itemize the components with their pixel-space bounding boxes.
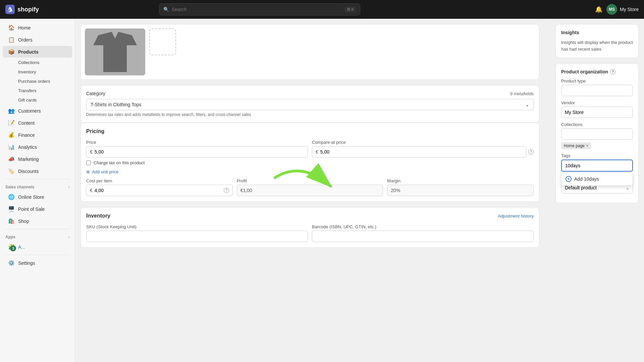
content-area: Category 9 metafields T-Shirts in Clothi… [75,19,545,362]
store-switcher[interactable]: MS My Store [606,4,639,15]
barcode-field: Barcode (ISBN, UPC, GTIN, etc.) [312,224,534,242]
sidebar-item-content[interactable]: 📝 Content [3,117,72,129]
compare-price-input[interactable] [320,149,523,155]
cost-input[interactable] [95,188,222,193]
analytics-icon: 📊 [8,144,15,150]
inventory-grid: SKU (Stock Keeping Unit) Barcode (ISBN, … [86,224,534,242]
compare-price-info-icon[interactable]: ? [528,149,534,155]
topbar-right: 🔔 MS My Store [595,4,639,15]
price-label: Price [86,140,308,145]
collection-tag-home-page: Home page × [561,142,591,149]
sidebar-item-label: Point of Sale [18,206,45,212]
main-content: Category 9 metafields T-Shirts in Clothi… [75,19,644,362]
expand-icon[interactable]: › [68,185,69,189]
inventory-header: Inventory Adjustment history [86,213,534,219]
search-input[interactable] [172,7,342,12]
sidebar-item-label: Settings [18,260,35,266]
compare-price-label: Compare-at price [312,140,534,145]
adjustment-history-link[interactable]: Adjustment history [498,214,534,219]
product-type-input[interactable] [561,85,633,96]
vendor-input[interactable] [561,107,633,118]
tags-input[interactable] [561,160,633,172]
sidebar-item-point-of-sale[interactable]: 🖥️ Point of Sale [3,203,72,215]
sidebar-item-settings[interactable]: ⚙️ Settings [3,257,72,269]
charge-tax-row: Charge tax on this product [86,160,534,165]
products-icon: 📦 [8,49,15,55]
tags-dropdown: + Add 10days [561,172,633,186]
chevron-down-icon: ⌄ [525,102,529,107]
logo-text: shopify [17,6,39,13]
sidebar-item-online-store[interactable]: 🌐 Online Store [3,191,72,203]
sidebar-item-finance[interactable]: 💰 Finance [3,129,72,141]
add-unit-icon: ⊕ [86,169,90,174]
sidebar-item-discounts[interactable]: 🏷️ Discounts [3,165,72,177]
product-type-field: Product type [561,78,633,96]
sidebar-item-label: Customers [18,108,41,114]
charge-tax-checkbox[interactable] [86,161,91,165]
inventory-label: Inventory [18,69,36,74]
sidebar-item-marketing[interactable]: 📣 Marketing [3,153,72,165]
barcode-input-wrapper [312,231,534,242]
cost-info-icon[interactable]: ? [224,188,229,193]
product-image-placeholder[interactable] [149,28,176,55]
sidebar-item-transfers[interactable]: Transfers [3,86,72,95]
layout: 🏠 Home 📋 Orders 📦 Products Collections I… [0,0,644,362]
apps-expand-icon[interactable]: › [68,235,69,239]
barcode-input[interactable] [316,234,530,239]
sidebar-item-orders[interactable]: 📋 Orders [3,34,72,46]
category-label: Category [86,91,105,96]
margin-input-wrapper: 20% [387,185,534,196]
tags-field: Tags + Add 10days [561,153,633,172]
apps-section: Apps › [0,232,75,241]
orders-icon: 📋 [8,37,15,43]
divider3 [5,255,69,255]
sidebar: 🏠 Home 📋 Orders 📦 Products Collections I… [0,19,75,362]
insights-text: Insights will display when the product h… [561,39,633,52]
sidebar-item-analytics[interactable]: 📊 Analytics [3,141,72,153]
collections-field: Collections Home page × [561,122,633,149]
product-image-main[interactable] [85,28,145,75]
sidebar-item-customers[interactable]: 👥 Customers [3,105,72,117]
marketing-icon: 📣 [8,156,15,162]
sidebar-item-label: Online Store [18,194,44,200]
tags-dropdown-add-item[interactable]: + Add 10days [561,173,633,185]
sidebar-item-gift-cards[interactable]: Gift cards [3,96,72,105]
profit-value: €1,00 [240,188,252,193]
category-select[interactable]: T-Shirts in Clothing Tops ⌄ [86,99,534,110]
product-org-title: Product organization ? [561,69,633,74]
cost-input-wrapper: € ? [86,185,233,196]
collections-input[interactable] [561,128,633,140]
product-org-info-icon[interactable]: ? [610,69,615,74]
inventory-card: Inventory Adjustment history SKU (Stock … [80,207,539,248]
margin-label: Margin [387,178,534,183]
compare-price-row: € ? [312,146,534,158]
sidebar-item-purchase-orders[interactable]: Purchase orders [3,77,72,86]
transfers-label: Transfers [18,88,36,93]
insights-card: Insights Insights will display when the … [555,24,639,58]
notifications-bell-icon[interactable]: 🔔 [595,6,602,13]
search-bar[interactable]: 🔍 ⌘ K [159,3,360,15]
sidebar-item-shop[interactable]: 🛍️ Shop [3,215,72,227]
profit-field: Profit €1,00 [237,178,383,196]
barcode-label: Barcode (ISBN, UPC, GTIN, etc.) [312,224,534,229]
sku-field: SKU (Stock Keeping Unit) [86,224,308,242]
price-input[interactable] [95,149,304,155]
sku-input[interactable] [90,234,304,239]
tag-close-icon[interactable]: × [586,143,588,148]
sidebar-item-collections[interactable]: Collections [3,58,72,67]
home-icon: 🏠 [8,24,15,31]
category-card: Category 9 metafields T-Shirts in Clothi… [80,85,539,123]
add-unit-price-button[interactable]: ⊕ Add unit price [86,169,534,174]
sidebar-item-label: Marketing [18,157,39,162]
avatar: MS [606,4,617,15]
profit-label: Profit [237,178,383,183]
shop-icon: 🛍️ [8,218,15,224]
logo: shopify [5,5,39,14]
sidebar-item-apps[interactable]: 🧩 3 A... [3,241,72,253]
cost-grid: Cost per item € ? Profit €1,00 [86,178,534,196]
discounts-icon: 🏷️ [8,168,15,174]
tags-label: Tags [561,153,633,158]
sidebar-item-home[interactable]: 🏠 Home [3,22,72,34]
sidebar-item-products[interactable]: 📦 Products [3,46,72,58]
sidebar-item-inventory[interactable]: Inventory [3,67,72,76]
